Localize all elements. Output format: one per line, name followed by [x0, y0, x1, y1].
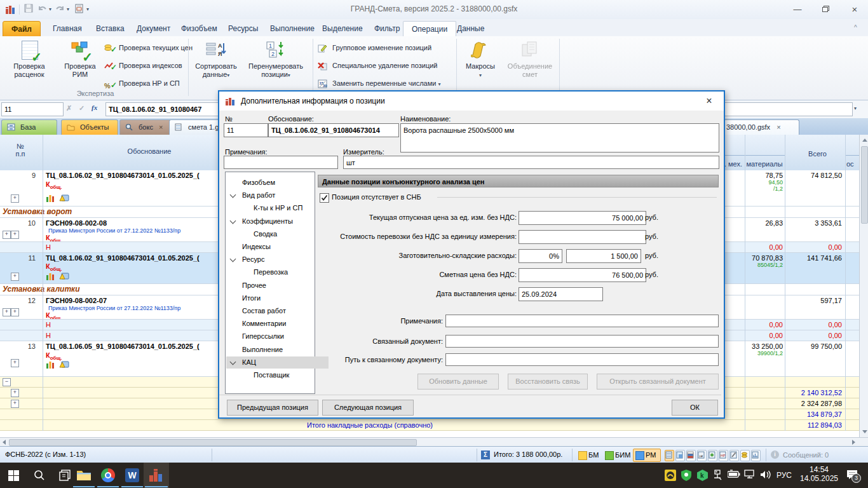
bm-toggle[interactable]: БМ	[588, 451, 599, 459]
dialog-close-icon[interactable]: ×	[697, 92, 721, 111]
maximize-button[interactable]	[815, 0, 836, 18]
expand-plus-icon[interactable]: +	[3, 308, 11, 316]
storage-cost-field[interactable]: 1 500,00	[566, 249, 641, 263]
close-button[interactable]: ×	[844, 0, 865, 18]
scroll-thumb[interactable]	[861, 146, 868, 224]
scroll-thumb[interactable]	[9, 439, 417, 446]
replace-variables-button[interactable]: 1530 Заменить переменные числами ▾	[318, 76, 440, 90]
antivirus-tray-icon[interactable]	[665, 470, 676, 481]
price-date-field[interactable]: 25.09.2024	[519, 287, 603, 301]
tree-item[interactable]: Физобъем	[226, 177, 329, 189]
search-button[interactable]	[27, 463, 52, 488]
scroll-left-icon[interactable]	[3, 440, 6, 445]
cancel-icon[interactable]: ✗	[66, 104, 72, 112]
status-tool-icon[interactable]: НР	[719, 450, 728, 461]
linked-document-field[interactable]	[445, 335, 719, 348]
tab-selection[interactable]: Выделение	[314, 21, 371, 36]
totals-row[interactable]: Итого накладные расходы (справочно) 112 …	[0, 420, 859, 431]
price-field[interactable]: 75 000,00	[519, 211, 646, 225]
estimate-price-field[interactable]: 76 500,00	[519, 268, 646, 282]
special-delete-positions-button[interactable]: Специальное удаление позиций	[318, 58, 438, 72]
save-icon[interactable]	[24, 4, 34, 15]
scroll-right-icon[interactable]	[852, 440, 855, 445]
usb-tray-icon[interactable]	[713, 470, 724, 481]
name-box[interactable]: 11	[1, 102, 64, 116]
position-number-field[interactable]: 11	[224, 123, 268, 137]
macros-button[interactable]: Макросы▾	[460, 38, 501, 94]
word-button[interactable]: W	[119, 463, 145, 488]
transport-cost-field[interactable]	[519, 230, 646, 244]
expand-plus-icon[interactable]: +	[11, 231, 19, 239]
tab-insert[interactable]: Вставка	[88, 21, 133, 36]
tab-data[interactable]: Данные	[449, 21, 492, 36]
minimize-button[interactable]: —	[787, 0, 808, 18]
file-explorer-button[interactable]	[71, 463, 97, 488]
status-tool-icon[interactable]	[751, 450, 761, 461]
formula-expand-icon[interactable]: ▾	[854, 105, 857, 111]
expand-plus-icon[interactable]: +	[11, 194, 19, 203]
tree-item[interactable]: Поставщик	[226, 369, 340, 381]
sort-data-button[interactable]: АЯ Сортироватьданные▾	[192, 38, 240, 94]
expand-plus-icon[interactable]: +	[11, 389, 19, 397]
notification-center-icon[interactable]: 3	[846, 470, 858, 481]
expand-plus-icon[interactable]: +	[11, 308, 19, 316]
checkbox-position-absent[interactable]	[320, 193, 329, 203]
status-tool-icon[interactable]	[729, 450, 739, 461]
undo-icon[interactable]	[37, 4, 47, 15]
dialog-title-bar[interactable]: Дополнительная информация о позиции ×	[219, 92, 724, 111]
group-change-positions-button[interactable]: Групповое изменение позиций	[318, 41, 431, 55]
bim-toggle[interactable]: БИМ	[615, 451, 630, 459]
close-tab-icon[interactable]: ×	[776, 123, 780, 131]
status-tool-icon[interactable]	[665, 450, 674, 461]
tab-base[interactable]: База	[1, 119, 57, 135]
export-document-icon[interactable]	[74, 4, 84, 15]
expand-plus-icon[interactable]: +	[11, 400, 19, 408]
next-position-button[interactable]: Следующая позиция	[322, 400, 414, 416]
network-tray-icon[interactable]	[744, 470, 756, 481]
tree-item[interactable]: Состав работ	[226, 305, 329, 317]
status-tool-icon[interactable]	[740, 450, 750, 461]
tab-objects[interactable]: Объекты	[61, 119, 118, 135]
tab-resources[interactable]: Ресурсы	[220, 21, 266, 36]
renumber-positions-button[interactable]: 12 Перенумероватьпозиции▾	[244, 38, 308, 94]
check-rates-button[interactable]: ✓ Проверкарасценок	[5, 38, 53, 94]
tree-item[interactable]: Вид работ	[226, 189, 329, 201]
tab-active-estimate[interactable]: 38000,00.gsfx ×	[721, 119, 799, 135]
expand-plus-icon[interactable]: +	[11, 273, 19, 281]
shield-tray-icon[interactable]	[681, 470, 693, 481]
ok-button[interactable]: ОК	[672, 400, 718, 416]
expand-plus-icon[interactable]: +	[11, 359, 19, 367]
battery-tray-icon[interactable]	[728, 470, 739, 481]
status-tool-icon[interactable]: т#	[697, 450, 707, 461]
expand-plus-icon[interactable]: +	[3, 231, 11, 239]
collapse-minus-icon[interactable]: −	[3, 378, 11, 386]
tab-home[interactable]: Главная	[44, 21, 90, 36]
previous-position-button[interactable]: Предыдущая позиция	[227, 400, 318, 416]
tree-item[interactable]: Выполнение	[226, 344, 329, 356]
undo-dropdown-icon[interactable]: ▾	[47, 4, 53, 15]
chrome-button[interactable]	[95, 463, 121, 488]
redo-icon[interactable]	[55, 4, 65, 15]
language-indicator[interactable]: РУС	[776, 471, 792, 480]
check-nrsp-button[interactable]: %✓ Проверка НР и СП	[104, 76, 180, 90]
volume-tray-icon[interactable]	[760, 470, 771, 481]
start-button[interactable]	[0, 463, 25, 488]
tab-document[interactable]: Документ	[128, 21, 179, 36]
clock[interactable]: 14:5414.05.2025	[799, 465, 839, 483]
linked-document-path-field[interactable]	[445, 353, 719, 366]
storage-percent-field[interactable]: 0%	[519, 249, 562, 263]
check-current-prices-button[interactable]: ✓ Проверка текущих цен	[104, 41, 193, 55]
grand-smeta-button[interactable]	[144, 463, 169, 488]
status-tool-icon[interactable]	[708, 450, 717, 461]
vertical-scrollbar[interactable]	[859, 135, 868, 437]
panel-notes-field[interactable]	[445, 315, 719, 327]
status-tool-icon[interactable]	[675, 450, 685, 461]
close-tab-icon[interactable]: ×	[159, 123, 163, 131]
scroll-up-icon[interactable]	[862, 139, 867, 142]
unit-field[interactable]: шт	[343, 156, 719, 169]
name-field[interactable]: Ворота распашные 2500x5000 мм	[400, 123, 719, 152]
k-tray-icon[interactable]: k	[697, 470, 709, 481]
tree-item[interactable]: К-ты к НР и СП	[226, 202, 340, 214]
horizontal-scrollbar[interactable]	[0, 437, 868, 447]
tab-filter[interactable]: Фильтр	[366, 21, 408, 36]
